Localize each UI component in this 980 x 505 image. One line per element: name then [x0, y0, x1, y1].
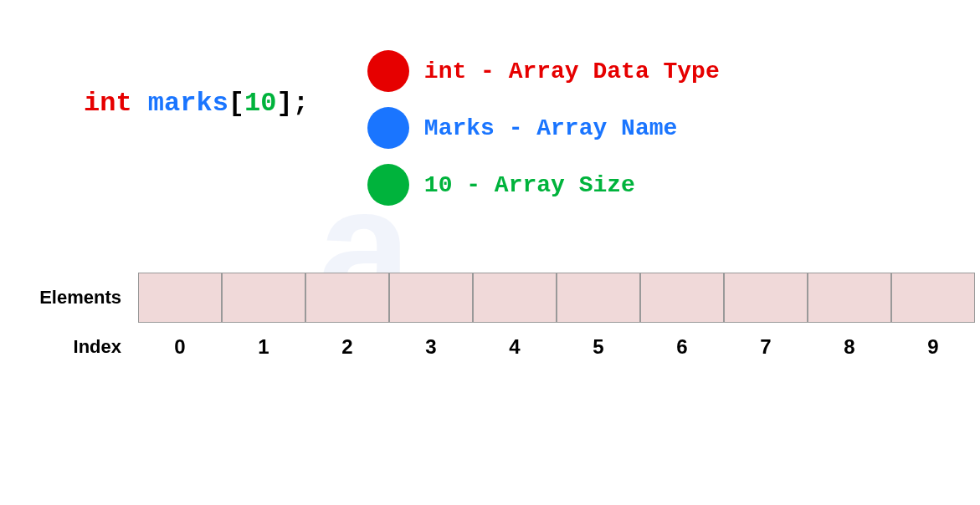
elements-row: Elements: [13, 273, 980, 323]
array-cell: [808, 273, 891, 323]
array-cell: [473, 273, 557, 323]
index-value: 9: [891, 335, 975, 359]
code-array-name: marks: [148, 88, 228, 119]
index-value: 7: [724, 335, 808, 359]
array-cell: [557, 273, 640, 323]
index-value: 4: [473, 335, 557, 359]
index-value: 1: [222, 335, 305, 359]
array-cell: [389, 273, 473, 323]
array-cell: [891, 273, 975, 323]
code-declaration: int marks[10];: [84, 50, 309, 206]
index-label: Index: [13, 336, 138, 358]
array-cell: [724, 273, 808, 323]
index-row: Index 0 1 2 3 4 5 6 7 8 9: [13, 335, 980, 359]
legend-item-datatype: int - Array Data Type: [367, 50, 720, 92]
index-value: 2: [305, 335, 389, 359]
array-cell: [305, 273, 389, 323]
index-value: 0: [138, 335, 222, 359]
array-cell: [138, 273, 222, 323]
index-value: 5: [557, 335, 640, 359]
circle-icon: [367, 50, 409, 92]
code-bracket-open: [: [228, 88, 244, 119]
code-array-size: 10: [244, 88, 276, 119]
legend-label: Marks - Array Name: [424, 115, 677, 141]
code-keyword: int: [84, 88, 132, 119]
legend-item-size: 10 - Array Size: [367, 164, 720, 206]
legend-label: int - Array Data Type: [424, 59, 720, 84]
index-value: 6: [640, 335, 724, 359]
index-cells: 0 1 2 3 4 5 6 7 8 9: [138, 335, 975, 359]
index-value: 3: [389, 335, 473, 359]
legend-item-name: Marks - Array Name: [367, 107, 720, 149]
circle-icon: [367, 164, 409, 206]
array-cell: [222, 273, 305, 323]
circle-icon: [367, 107, 409, 149]
code-semicolon: ;: [293, 88, 309, 119]
array-visualization: Elements Index 0 1 2 3 4 5 6 7 8 9: [0, 273, 980, 359]
code-bracket-close: ]: [276, 88, 292, 119]
array-cell: [640, 273, 724, 323]
top-section: int marks[10]; int - Array Data Type Mar…: [0, 0, 980, 206]
legend: int - Array Data Type Marks - Array Name…: [367, 50, 720, 206]
array-cells: [138, 273, 975, 323]
elements-label: Elements: [13, 287, 138, 309]
legend-label: 10 - Array Size: [424, 172, 635, 198]
index-value: 8: [808, 335, 891, 359]
